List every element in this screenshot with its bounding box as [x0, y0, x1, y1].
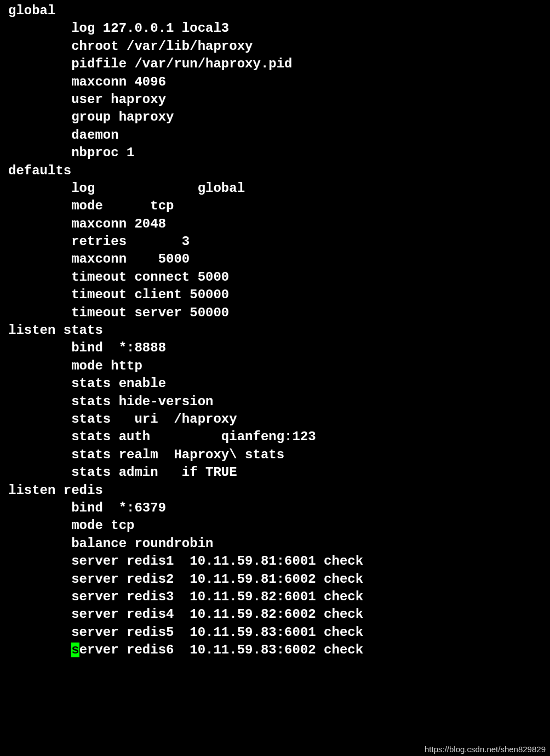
- config-line: daemon: [0, 127, 550, 144]
- config-line: bind *:6379: [0, 499, 550, 517]
- config-line: chroot /var/lib/haproxy: [0, 38, 550, 55]
- config-line: mode tcp: [0, 197, 550, 215]
- config-line: stats uri /haproxy: [0, 411, 550, 428]
- config-line: mode http: [0, 357, 550, 375]
- config-line: bind *:8888: [0, 339, 550, 357]
- config-line: retries 3: [0, 233, 550, 251]
- config-line: maxconn 4096: [0, 73, 550, 91]
- config-line: log global: [0, 180, 550, 197]
- config-line: pidfile /var/run/haproxy.pid: [0, 55, 550, 73]
- config-line: timeout client 50000: [0, 286, 550, 304]
- config-line: timeout connect 5000: [0, 269, 550, 286]
- config-line: listen redis: [0, 482, 550, 499]
- config-line: stats hide-version: [0, 393, 550, 411]
- config-line: timeout server 50000: [0, 304, 550, 322]
- config-line: mode tcp: [0, 517, 550, 535]
- config-line: server redis5 10.11.59.83:6001 check: [0, 624, 550, 641]
- config-line: user haproxy: [0, 91, 550, 109]
- config-line: server redis1 10.11.59.81:6001 check: [0, 553, 550, 570]
- config-line: stats auth qianfeng:123: [0, 428, 550, 446]
- config-line: stats admin if TRUE: [0, 464, 550, 481]
- config-line: balance roundrobin: [0, 535, 550, 553]
- config-line: global: [0, 2, 550, 20]
- watermark-text: https://blog.csdn.net/shen829829: [425, 744, 546, 755]
- config-line: maxconn 5000: [0, 251, 550, 268]
- config-line: listen stats: [0, 322, 550, 339]
- config-line: server redis4 10.11.59.82:6002 check: [0, 606, 550, 623]
- config-line: log 127.0.0.1 local3: [0, 20, 550, 37]
- config-line: group haproxy: [0, 109, 550, 126]
- terminal-output: global log 127.0.0.1 local3 chroot /var/…: [0, 2, 550, 659]
- config-line: maxconn 2048: [0, 215, 550, 233]
- config-line: stats realm Haproxy\ stats: [0, 446, 550, 464]
- config-line: server redis2 10.11.59.81:6002 check: [0, 571, 550, 588]
- config-line-cursor: server redis6 10.11.59.83:6002 check: [0, 641, 550, 659]
- terminal-cursor: s: [71, 643, 79, 657]
- config-line: defaults: [0, 162, 550, 180]
- config-line: nbproc 1: [0, 144, 550, 162]
- config-line: stats enable: [0, 375, 550, 393]
- config-line: server redis3 10.11.59.82:6001 check: [0, 588, 550, 606]
